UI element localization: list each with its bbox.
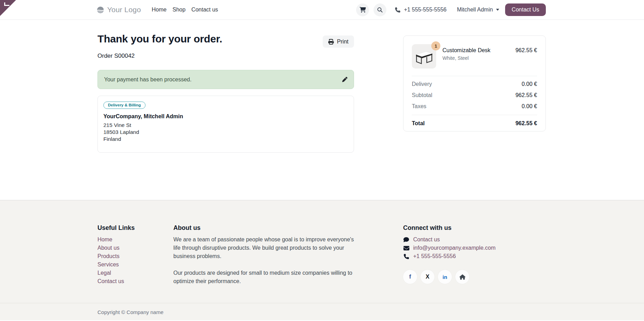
website-home-button[interactable] — [455, 270, 469, 284]
footer-column-title: About us — [173, 224, 354, 232]
home-icon — [460, 274, 465, 280]
linkedin-icon: in — [442, 274, 447, 280]
copyright-text: Copyright © Company name — [97, 309, 163, 315]
backend-corner-ribbon[interactable] — [0, 0, 16, 16]
user-name: Mitchell Admin — [457, 7, 493, 13]
summary-row-taxes: Taxes 0.00 € — [412, 103, 537, 110]
footer-link-products[interactable]: Products — [97, 252, 173, 260]
x-twitter-icon: X — [426, 274, 430, 280]
copyright-bar: Copyright © Company name — [0, 303, 644, 320]
footer-link-about-us[interactable]: About us — [97, 244, 173, 252]
product-price: 962.55 € — [516, 44, 537, 54]
footer-phone-link[interactable]: +1 555-555-5556 — [413, 252, 456, 260]
order-confirmation-page: Thank you for your order. Print Order S0… — [0, 20, 644, 200]
summary-label: Delivery — [412, 81, 432, 87]
logo-text: Your Logo — [107, 6, 141, 14]
footer-useful-links: Useful Links Home About us Products Serv… — [97, 224, 173, 286]
payment-status-alert: Your payment has been processed. — [97, 70, 354, 89]
cart-button[interactable] — [356, 3, 369, 16]
about-paragraph: We are a team of passionate people whose… — [173, 235, 354, 260]
delivery-billing-card: Delivery & Billing YourCompany, Mitchell… — [97, 96, 354, 153]
search-button[interactable] — [374, 3, 386, 16]
footer-link-home[interactable]: Home — [97, 235, 173, 244]
address-line: 18503 Lapland — [103, 129, 348, 136]
address-line: 215 Vine St — [103, 122, 348, 129]
order-summary-card: 1 Customizable Desk White, Steel 962.55 … — [403, 35, 546, 131]
order-reference: Order S00042 — [97, 53, 354, 59]
site-logo[interactable]: Your Logo — [96, 6, 141, 14]
footer-link-legal[interactable]: Legal — [97, 269, 173, 277]
printer-icon — [328, 39, 334, 45]
top-navbar: Your Logo Home Shop Contact us + — [0, 0, 644, 20]
delivery-billing-badge: Delivery & Billing — [103, 102, 146, 109]
phone-icon — [403, 254, 409, 259]
backend-switch-icon — [4, 2, 9, 6]
divider — [412, 76, 537, 76]
total-value: 962.55 € — [516, 120, 537, 127]
summary-row-delivery: Delivery 0.00 € — [412, 81, 537, 87]
x-twitter-button[interactable]: X — [421, 270, 434, 284]
search-icon — [377, 7, 383, 13]
nav-item-shop[interactable]: Shop — [172, 7, 185, 13]
summary-value: 962.55 € — [516, 92, 537, 98]
email-icon — [403, 245, 409, 251]
summary-value: 0.00 € — [522, 103, 537, 110]
total-label: Total — [412, 120, 425, 127]
pencil-icon — [342, 77, 347, 82]
footer-email-link[interactable]: info@yourcompany.example.com — [413, 244, 496, 252]
user-menu[interactable]: Mitchell Admin — [457, 7, 499, 13]
footer-contact-us-link[interactable]: Contact us — [413, 235, 440, 244]
social-links: f X in — [403, 270, 496, 284]
phone-icon — [395, 7, 400, 13]
linkedin-button[interactable]: in — [438, 270, 452, 284]
footer-column-title: Connect with us — [403, 224, 496, 232]
product-variant: White, Steel — [442, 55, 490, 61]
site-footer: Useful Links Home About us Products Serv… — [0, 200, 644, 303]
logo-icon — [96, 6, 104, 14]
nav-item-contact-us[interactable]: Contact us — [191, 7, 218, 13]
facebook-icon: f — [409, 273, 411, 280]
chevron-down-icon — [496, 9, 499, 11]
quantity-badge: 1 — [431, 41, 440, 50]
footer-about-us: About us We are a team of passionate peo… — [173, 224, 354, 286]
facebook-button[interactable]: f — [403, 270, 417, 284]
customer-name: YourCompany, Mitchell Admin — [103, 113, 348, 120]
payment-status-message: Your payment has been processed. — [104, 77, 191, 83]
header-phone-number: +1 555-555-5556 — [404, 7, 446, 13]
chat-icon — [403, 237, 409, 242]
summary-row-total: Total 962.55 € — [412, 115, 537, 127]
footer-column-title: Useful Links — [97, 224, 173, 232]
print-button[interactable]: Print — [323, 35, 354, 48]
summary-value: 0.00 € — [522, 81, 537, 87]
cart-icon — [360, 7, 366, 13]
main-nav: Home Shop Contact us — [152, 7, 218, 13]
contact-us-button[interactable]: Contact Us — [505, 3, 546, 16]
address-line: Finland — [103, 136, 348, 143]
edit-payment-button[interactable] — [342, 77, 347, 82]
footer-connect: Connect with us Contact us info@yourcomp… — [403, 224, 496, 286]
nav-item-home[interactable]: Home — [152, 7, 167, 13]
footer-link-services[interactable]: Services — [97, 260, 173, 269]
product-name: Customizable Desk — [442, 47, 490, 54]
summary-label: Subtotal — [412, 92, 432, 98]
about-paragraph: Our products are designed for small to m… — [173, 269, 354, 286]
footer-link-contact-us[interactable]: Contact us — [97, 277, 173, 286]
page-title: Thank you for your order. — [97, 33, 222, 45]
summary-row-subtotal: Subtotal 962.55 € — [412, 92, 537, 98]
summary-label: Taxes — [412, 103, 426, 110]
order-line-item: 1 Customizable Desk White, Steel 962.55 … — [412, 44, 537, 69]
print-button-label: Print — [337, 39, 348, 45]
header-phone-link[interactable]: +1 555-555-5556 — [395, 7, 446, 13]
